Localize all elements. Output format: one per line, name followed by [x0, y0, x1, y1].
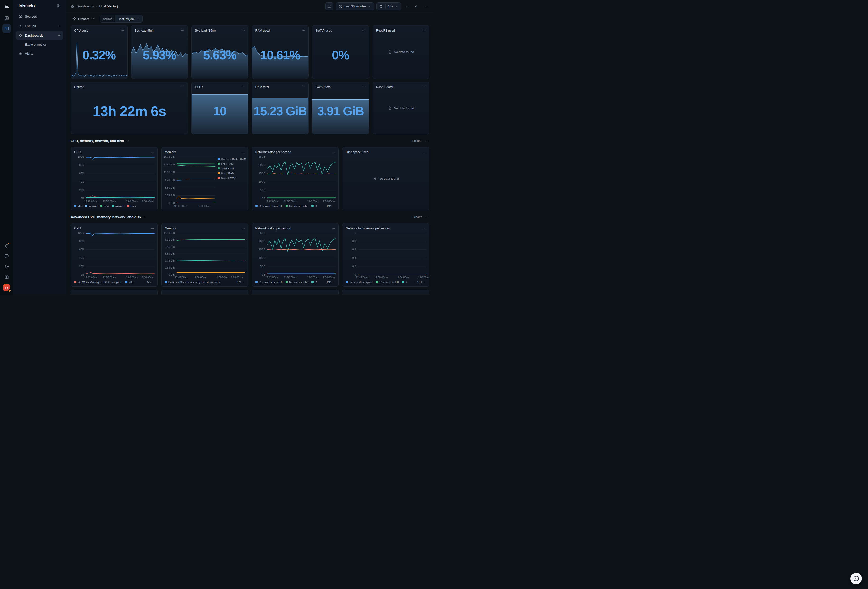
legend-item[interactable]: R	[311, 204, 317, 207]
legend-prev-button[interactable]	[143, 281, 146, 284]
panel-menu-button[interactable]	[241, 28, 245, 33]
panel-menu-button[interactable]	[422, 150, 426, 154]
sidebar-collapse-icon[interactable]	[57, 3, 61, 7]
sidebar-item-alerts[interactable]: Alerts	[16, 49, 63, 58]
panel-menu-button[interactable]	[301, 85, 306, 89]
panel-menu-button[interactable]	[422, 85, 426, 89]
panel-menu-button[interactable]	[362, 85, 366, 89]
avatar-badge	[8, 289, 11, 292]
legend-item[interactable]: Total RAM	[218, 167, 245, 170]
panel-menu-button[interactable]	[241, 150, 245, 154]
section-toggle[interactable]: CPU, memory, network, and disk	[71, 139, 129, 143]
stat-panel-title: CPU busy	[74, 29, 88, 32]
legend-item[interactable]: Used SWAP	[218, 176, 245, 179]
sidebar-item-dashboards[interactable]: Dashboards	[16, 31, 63, 40]
stat-panel-title: SWAP used	[316, 29, 332, 32]
legend-next-button[interactable]	[423, 281, 426, 284]
sidebar-item-sources[interactable]: Sources	[16, 12, 63, 21]
time-range-button[interactable]: Last 30 minutes	[336, 2, 374, 10]
legend-item[interactable]: Received - eth0	[376, 281, 399, 284]
breadcrumb-dashboards[interactable]: Dashboards	[77, 4, 94, 8]
refresh-interval-label[interactable]: 15s	[388, 4, 393, 8]
legend-item[interactable]: Buffers - Block device (e.g. harddisk) c…	[165, 281, 221, 284]
more-options-button[interactable]	[422, 3, 429, 10]
legend-next-button[interactable]	[332, 281, 335, 284]
add-panel-button[interactable]	[403, 3, 410, 10]
legend-item[interactable]: Used RAM	[218, 172, 245, 175]
user-avatar[interactable]: R	[3, 284, 10, 291]
legend-next-button[interactable]	[332, 204, 335, 208]
legend-item[interactable]: Received - erspan0	[255, 281, 283, 284]
legend-prev-button[interactable]	[323, 204, 326, 208]
panel-menu-button[interactable]	[180, 28, 185, 33]
refresh-icon[interactable]	[379, 4, 383, 8]
y-tick-label: 7.45 GiB	[165, 246, 175, 248]
legend-item[interactable]: Cache + Buffer RAM	[218, 158, 245, 160]
legend-item[interactable]: idle	[74, 204, 82, 207]
panel-menu-button[interactable]	[422, 226, 426, 231]
panel-menu-button[interactable]	[241, 85, 245, 89]
legend-prev-button[interactable]	[323, 281, 326, 284]
rail-item-panel-layout[interactable]	[2, 24, 11, 33]
chart-panel-title: Memory	[165, 150, 176, 154]
rail-grid-button[interactable]	[2, 273, 11, 281]
legend-label: Total RAM	[221, 167, 234, 170]
legend-swatch	[112, 205, 114, 207]
x-tick-label: 12:42:00am	[174, 204, 187, 207]
legend-next-button[interactable]	[242, 281, 245, 284]
legend-item[interactable]: nice	[100, 204, 109, 207]
y-tick-label: 250 B	[259, 231, 265, 234]
panel-menu-button[interactable]	[241, 226, 245, 231]
kiosk-mode-button[interactable]	[325, 2, 334, 10]
panel-menu-button[interactable]	[422, 28, 426, 33]
rail-item-boxed-arrow[interactable]	[2, 14, 11, 22]
panel-menu-button[interactable]	[180, 85, 185, 89]
legend-item[interactable]: Received - erspan0	[346, 281, 373, 284]
panel-menu-button[interactable]	[151, 226, 155, 231]
legend-item[interactable]: Free RAM	[218, 162, 245, 165]
legend-item[interactable]: user	[127, 204, 136, 207]
legend-item[interactable]: R	[402, 281, 407, 284]
rail-chat-button[interactable]	[2, 252, 11, 260]
legend-item[interactable]: Received - eth0	[286, 281, 308, 284]
plus-icon	[405, 4, 409, 8]
y-tick-label: 250 B	[259, 155, 265, 158]
legend-prev-button[interactable]	[413, 281, 416, 284]
no-data-message: No data found	[373, 82, 429, 134]
section-toggle[interactable]: Advanced CPU, memory, network, and disk	[71, 215, 146, 219]
rail-sun-button[interactable]	[2, 262, 11, 271]
legend-item[interactable]: io_wait	[85, 204, 97, 207]
quick-actions-button[interactable]	[413, 3, 420, 10]
legend-item[interactable]: Idle	[125, 281, 133, 284]
section-menu-button[interactable]	[425, 139, 429, 143]
legend-next-button[interactable]	[151, 281, 155, 284]
sidebar-item-live-tail[interactable]: Live tail	[16, 21, 63, 30]
app-logo-icon[interactable]	[4, 3, 10, 9]
chart-row: CPU100%80%60%40%20%0%12:42:00am12:50:00a…	[71, 147, 429, 210]
x-tick-label: 12:50:00am	[193, 276, 206, 279]
legend-item[interactable]: system	[112, 204, 124, 207]
y-tick-label: 80%	[79, 240, 84, 243]
stat-value: 0%	[312, 48, 369, 62]
section-menu-button[interactable]	[425, 215, 429, 219]
source-select[interactable]: source Test Project	[100, 15, 143, 22]
chart-panel-title: Network traffic errors per second	[346, 226, 390, 230]
legend-prev-button[interactable]	[233, 281, 237, 284]
rail-bell-button[interactable]	[2, 241, 11, 250]
panel-menu-button[interactable]	[331, 226, 335, 231]
legend-item[interactable]: R	[311, 281, 317, 284]
legend-item[interactable]: Received - erspan0	[255, 204, 283, 207]
plot-area: 12:42:00am12:50:00am1:00:00am1:06:00am	[177, 233, 245, 275]
sidebar-item-explore-metrics[interactable]: Explore metrics	[16, 40, 63, 49]
stat-panel-uptime: Uptime13h 22m 6s	[71, 81, 188, 134]
panel-menu-button[interactable]	[331, 150, 335, 154]
panel-menu-button[interactable]	[362, 28, 366, 33]
legend-item[interactable]: I/O Wait - Waiting for I/O to complete	[74, 281, 122, 284]
section-title: CPU, memory, network, and disk	[71, 139, 124, 143]
stat-panel-title: Uptime	[74, 85, 84, 89]
presets-dropdown[interactable]: Presets	[71, 15, 97, 22]
panel-menu-button[interactable]	[301, 28, 306, 33]
panel-menu-button[interactable]	[151, 150, 155, 154]
panel-menu-button[interactable]	[120, 28, 124, 33]
legend-item[interactable]: Received - eth0	[286, 204, 308, 207]
